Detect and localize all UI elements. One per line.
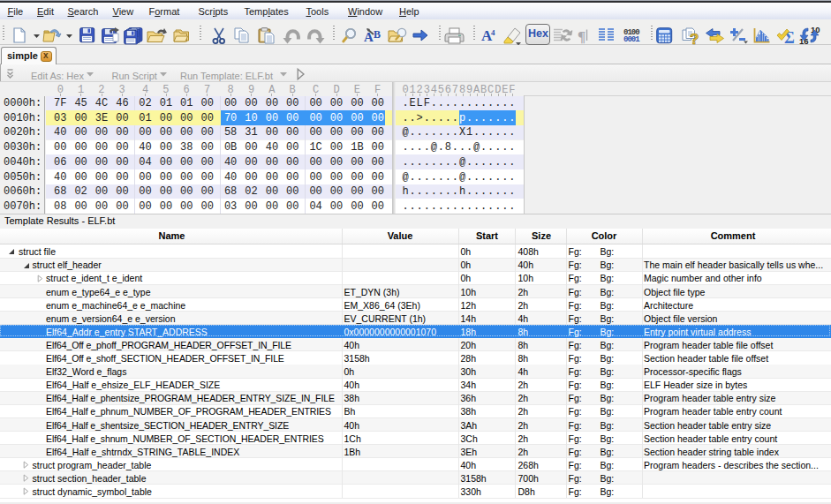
svg-text:¶: ¶ [578,28,585,45]
svg-text:4: 4 [491,28,495,37]
svg-text:B: B [374,28,381,41]
